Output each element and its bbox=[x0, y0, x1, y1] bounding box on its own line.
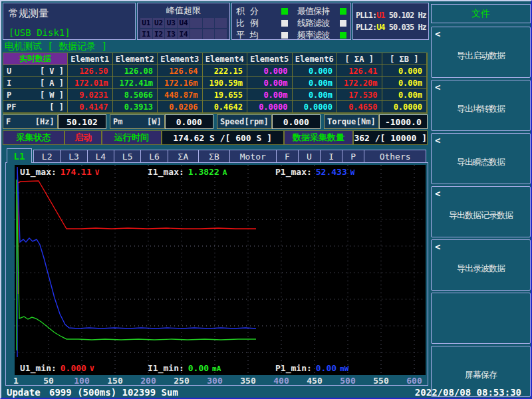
runtime-value: 174.62 S /[ 600 S ] bbox=[162, 130, 284, 145]
peak-cell: I2 bbox=[153, 29, 165, 39]
filter-checkbox[interactable] bbox=[340, 8, 346, 15]
tab-p[interactable]: P bbox=[342, 150, 364, 162]
stat-label: U1_min: bbox=[20, 363, 57, 373]
filter-label: 频率滤波 bbox=[297, 29, 336, 41]
table-value-cell: 0.00m bbox=[382, 77, 428, 89]
measure-unit: [rpm] bbox=[245, 117, 269, 126]
measure-value: 50.102 bbox=[58, 114, 106, 129]
tab-others[interactable]: Others bbox=[364, 150, 426, 162]
pll-frequency: 50.102 Hz bbox=[385, 11, 426, 20]
usb-disk-status: [USB Disk1] bbox=[9, 27, 70, 38]
tab-l1-active[interactable]: L1 bbox=[7, 148, 32, 163]
tab-σb[interactable]: ΣB bbox=[199, 150, 230, 162]
x-tick-label: 400 bbox=[273, 376, 289, 386]
trace-u1 bbox=[18, 181, 256, 294]
table-value-cell: 222.15 bbox=[203, 65, 248, 77]
stat-i1_min: I1_min:0.00mA bbox=[148, 363, 266, 373]
stat-unit: V bbox=[95, 168, 100, 177]
tab-l4[interactable]: L4 bbox=[88, 150, 114, 162]
mode-checkbox[interactable] bbox=[281, 32, 288, 39]
mode-checkbox[interactable] bbox=[281, 20, 288, 27]
table-value-cell: 0.000 bbox=[247, 65, 293, 77]
measure-label: Speed[rpm] bbox=[217, 114, 272, 129]
table-value-cell: 0.4650 bbox=[337, 101, 382, 113]
table-value-cell: 0.000 bbox=[293, 65, 338, 77]
sidebar-button-label: 导出数据记录数据 bbox=[432, 209, 530, 221]
app-title: 常规测量 bbox=[9, 7, 49, 20]
measures-row: F[Hz]50.102Pm[W]0.000Speed[rpm]0.000Torq… bbox=[3, 114, 428, 129]
table-value-cell: 172.41m bbox=[113, 77, 158, 89]
sidebar-button-label: 导出瞬态数据 bbox=[432, 156, 530, 168]
x-tick-label: 550 bbox=[373, 376, 388, 386]
table-value-cell: 172.20m bbox=[337, 77, 382, 89]
table-value-cell: 172.16m bbox=[158, 77, 203, 89]
peak-cell: I4 bbox=[178, 29, 190, 39]
peak-cell: U4 bbox=[178, 18, 190, 28]
tab-l5[interactable]: L5 bbox=[114, 150, 141, 162]
table-value-cell: 190.59m bbox=[203, 77, 248, 89]
sidebar-button-导出数据记录数据[interactable]: <导出数据记录数据 bbox=[431, 186, 531, 237]
mode-checkbox[interactable] bbox=[281, 8, 288, 15]
measure-label: F[Hz] bbox=[3, 114, 58, 129]
peak-cell: U1 bbox=[140, 18, 152, 28]
peak-over-limit-panel: 峰值超限 U1U2U3U4 I1I2I3I4 bbox=[137, 3, 230, 40]
filter-checkbox[interactable] bbox=[340, 32, 346, 39]
sidebar-button-导出堵转数据[interactable]: <导出堵转数据 bbox=[431, 80, 531, 131]
pll-panel: PLL1:U1 50.102 HzPLL2:U4 50.035 Hz bbox=[352, 3, 429, 40]
trace-p1 bbox=[17, 167, 256, 357]
stat-label: P1_min: bbox=[275, 363, 312, 373]
measure-name: F bbox=[6, 117, 11, 126]
sidebar-button-empty[interactable] bbox=[431, 293, 531, 344]
sidebar-button-导出启动数据[interactable]: <导出启动数据 bbox=[431, 27, 531, 78]
table-value-cell: 0.0000 bbox=[382, 101, 428, 113]
table-value-cell: 0.000 bbox=[382, 65, 428, 77]
x-tick-label: 150 bbox=[107, 376, 122, 386]
tab-σa[interactable]: ΣA bbox=[168, 150, 200, 162]
acquisition-status-row: 采集状态 启动 运行时间 174.62 S /[ 600 S ] 数据采集数量 … bbox=[3, 130, 428, 145]
sidebar-button-label: 导出启动数据 bbox=[432, 50, 530, 62]
measure-unit: [Nm] bbox=[356, 117, 376, 126]
table-header-cell: Element5 bbox=[247, 53, 293, 65]
trend-plot-svg bbox=[15, 165, 426, 375]
x-tick-label: 250 bbox=[174, 376, 189, 386]
trend-plot-area[interactable]: U1_max:174.11VI1_max:1.3822AP1_max:52.43… bbox=[15, 165, 426, 375]
measure-label: Pm[W] bbox=[110, 114, 165, 129]
stat-u1_max: U1_max:174.11V bbox=[20, 167, 138, 177]
tab-motor[interactable]: Motor bbox=[230, 150, 277, 162]
tab-l3[interactable]: L3 bbox=[61, 150, 87, 162]
sidebar-button-label: 导出堵转数据 bbox=[432, 103, 530, 115]
peak-cell bbox=[215, 18, 227, 28]
acq-status-value: 启动 bbox=[65, 130, 102, 145]
stat-u1_min: U1_min:0.000V bbox=[20, 363, 138, 373]
tab-l2[interactable]: L2 bbox=[34, 150, 61, 162]
peak-cell: I3 bbox=[165, 29, 177, 39]
tab-i[interactable]: I bbox=[321, 150, 342, 162]
pll-name: PLL2: bbox=[356, 23, 376, 32]
filter-label: 线路滤波 bbox=[297, 17, 336, 29]
back-arrow-icon: < bbox=[435, 135, 440, 146]
sidebar-button-导出瞬态数据[interactable]: <导出瞬态数据 bbox=[431, 133, 531, 184]
sidebar-button-导出录波数据[interactable]: <导出录波数据 bbox=[431, 239, 531, 291]
measure-name: Pm bbox=[113, 117, 122, 126]
tab-u[interactable]: U bbox=[299, 150, 321, 162]
sidebar-button-label: 屏幕保存 bbox=[432, 369, 530, 381]
peak-cell bbox=[203, 29, 215, 39]
tab-f[interactable]: F bbox=[277, 150, 299, 162]
acq-status-label: 采集状态 bbox=[3, 130, 65, 145]
trend-chart-panel: U1_max:174.11VI1_max:1.3822AP1_max:52.43… bbox=[5, 162, 428, 386]
table-value-cell: 19.655 bbox=[203, 89, 248, 101]
x-tick-label: 500 bbox=[340, 376, 355, 386]
table-value-cell: 126.64 bbox=[158, 65, 203, 77]
min-stats-row: U1_min:0.000VI1_min:0.00mAP1_min:0.00mW bbox=[20, 363, 426, 373]
table-value-cell: 0.0000 bbox=[247, 101, 293, 113]
tab-l6[interactable]: L6 bbox=[141, 150, 168, 162]
table-row-label: PF[ ] bbox=[3, 101, 68, 113]
page-subtitle: 电机测试 [ 数据记录 ] bbox=[5, 41, 107, 53]
sidebar-button-屏幕保存[interactable]: 屏幕保存 bbox=[431, 346, 531, 397]
measure-pair: Speed[rpm]0.000 bbox=[217, 114, 321, 129]
measure-value: -1000.0 bbox=[379, 114, 428, 129]
pll-frequency: 50.035 Hz bbox=[385, 23, 426, 32]
filter-checkbox[interactable] bbox=[340, 20, 346, 27]
row-unit: [ ] bbox=[49, 102, 64, 112]
table-row-label: P[ W ] bbox=[3, 89, 68, 101]
